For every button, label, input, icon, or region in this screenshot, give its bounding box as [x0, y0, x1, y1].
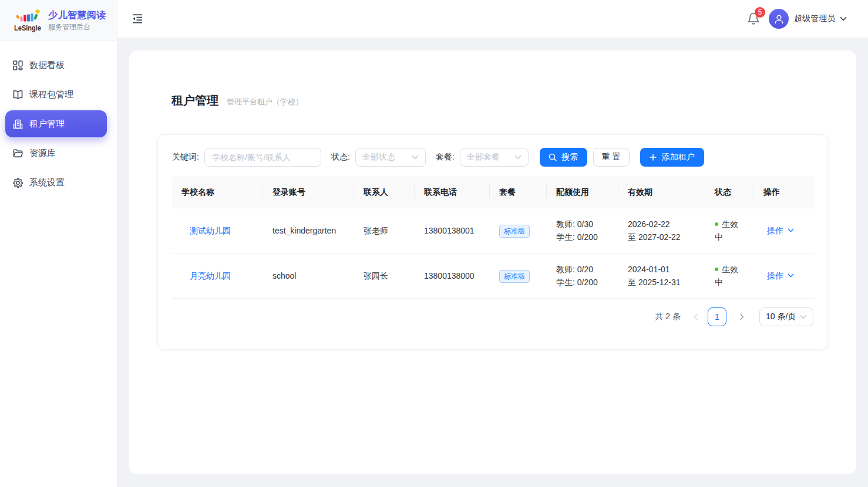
keyword-input[interactable]: [204, 148, 321, 167]
table-header-row: 学校名称 登录账号 联系人 联系电话 套餐 配额使用 有效期 状态 操作: [172, 176, 815, 208]
page-number-1[interactable]: 1: [708, 307, 726, 326]
user-icon: [773, 13, 785, 25]
phone-cell: 13800138001: [415, 208, 490, 253]
sidebar-item-resources[interactable]: 资源库: [5, 140, 107, 167]
folder-icon: [13, 148, 23, 158]
search-button[interactable]: 搜索: [540, 148, 587, 167]
search-button-label: 搜索: [561, 152, 578, 163]
status-text: 生效中: [715, 265, 738, 287]
avatar[interactable]: [769, 9, 789, 29]
sidebar-collapse-icon[interactable]: [132, 14, 143, 23]
row-actions-label: 操作: [767, 271, 783, 280]
brand-subtitle: 服务管理后台: [48, 22, 106, 32]
quota-cell: 教师: 0/30学生: 0/200: [547, 208, 618, 253]
content-area: 租户管理 管理平台租户（学校） 关键词: 状态: 全部状态 套: [117, 38, 868, 487]
notification-badge: 5: [755, 7, 765, 18]
sidebar: LeSingle 少儿智慧阅读 服务管理后台 数据看板 课程包管理 租户管理: [0, 0, 117, 487]
login-account-cell: test_kindergarten: [263, 208, 354, 253]
quota-student: 学生: 0/200: [556, 276, 609, 289]
brand: LeSingle 少儿智慧阅读 服务管理后台: [0, 0, 117, 41]
topbar: 5 超级管理员: [117, 0, 868, 38]
pagination-total: 共 2 条: [655, 312, 681, 322]
app-root: LeSingle 少儿智慧阅读 服务管理后台 数据看板 课程包管理 租户管理: [0, 0, 868, 487]
col-phone: 联系电话: [415, 176, 490, 208]
brand-text: 少儿智慧阅读 服务管理后台: [48, 9, 106, 32]
col-quota: 配额使用: [547, 176, 618, 208]
sidebar-item-dashboard[interactable]: 数据看板: [5, 52, 107, 79]
valid-from: 2026-02-22: [628, 218, 696, 231]
chevron-down-icon: [788, 272, 794, 279]
table-row: 月亮幼儿园 school 张园长 13800138000 标准版 教师: 0/2…: [172, 253, 815, 299]
contact-cell: 张园长: [354, 253, 415, 299]
status-select-value: 全部状态: [362, 152, 395, 163]
school-name-link[interactable]: 测试幼儿园: [181, 224, 231, 237]
valid-to: 至 2027-02-22: [628, 231, 696, 244]
lesingle-logo-icon: LeSingle: [14, 9, 42, 32]
login-account-cell: school: [263, 253, 354, 299]
validity-cell: 2024-01-01至 2025-12-31: [618, 253, 705, 299]
col-actions: 操作: [754, 176, 815, 208]
dashboard-icon: [13, 60, 23, 70]
page-header: 租户管理 管理平台租户（学校）: [157, 50, 828, 107]
sidebar-menu: 数据看板 课程包管理 租户管理 资源库 系统设置: [0, 41, 117, 198]
table-row: 测试幼儿园 test_kindergarten 张老师 13800138001 …: [172, 208, 815, 253]
plan-label: 套餐:: [436, 152, 455, 163]
main-card: 租户管理 管理平台租户（学校） 关键词: 状态: 全部状态 套: [129, 50, 856, 474]
page-size-value: 10 条/页: [766, 312, 796, 322]
main-area: 5 超级管理员 租户管理 管理平台租户（学校） 关键词:: [117, 0, 868, 487]
topbar-right: 5 超级管理员: [748, 9, 847, 29]
col-contact: 联系人: [354, 176, 415, 208]
validity-cell: 2026-02-22至 2027-02-22: [618, 208, 705, 253]
col-validity: 有效期: [618, 176, 705, 208]
quota-teacher: 教师: 0/30: [556, 218, 609, 231]
add-tenant-button-label: 添加租户: [662, 152, 695, 163]
sidebar-item-label: 租户管理: [29, 119, 65, 130]
search-icon: [549, 153, 557, 161]
filter-bar: 关键词: 状态: 全部状态 套餐: 全部套餐: [172, 148, 813, 167]
chevron-down-icon[interactable]: [840, 15, 847, 22]
add-tenant-button[interactable]: 添加租户: [640, 148, 704, 167]
reset-button[interactable]: 重 置: [593, 148, 630, 167]
col-login-account: 登录账号: [263, 176, 354, 208]
page-size-select[interactable]: 10 条/页: [759, 307, 813, 326]
quota-cell: 教师: 0/20学生: 0/200: [547, 253, 618, 299]
school-name-link[interactable]: 月亮幼儿园: [181, 269, 231, 282]
plan-tag: 标准版: [499, 270, 530, 283]
chevron-left-icon: [692, 313, 699, 320]
sidebar-item-tenants[interactable]: 租户管理: [5, 110, 107, 137]
next-page-button[interactable]: [735, 307, 749, 326]
chevron-down-icon: [412, 154, 419, 161]
sidebar-item-label: 课程包管理: [29, 89, 73, 100]
page-title: 租户管理: [171, 94, 218, 107]
plus-icon: [650, 154, 657, 161]
status-dot: [715, 222, 718, 226]
plan-select-value: 全部套餐: [467, 152, 500, 163]
row-actions-dropdown[interactable]: 操作: [763, 271, 794, 280]
tenant-table: 学校名称 登录账号 联系人 联系电话 套餐 配额使用 有效期 状态 操作: [172, 176, 815, 299]
prev-page-button[interactable]: [689, 307, 703, 326]
col-status: 状态: [705, 176, 754, 208]
contact-cell: 张老师: [354, 208, 415, 253]
pagination: 共 2 条 1 10 条/页: [172, 307, 813, 326]
chevron-down-icon: [800, 313, 807, 320]
book-icon: [13, 90, 23, 100]
sidebar-item-course-packages[interactable]: 课程包管理: [5, 81, 107, 108]
status-select[interactable]: 全部状态: [355, 148, 426, 167]
username[interactable]: 超级管理员: [794, 13, 835, 24]
status-dot: [715, 268, 718, 271]
chevron-down-icon: [514, 154, 522, 161]
quota-student: 学生: 0/200: [556, 231, 609, 244]
status-label: 状态:: [331, 152, 350, 163]
quota-teacher: 教师: 0/20: [556, 263, 609, 276]
notification-bell[interactable]: 5: [748, 12, 761, 25]
svg-text:LeSingle: LeSingle: [14, 24, 41, 32]
plan-select[interactable]: 全部套餐: [460, 148, 529, 167]
keyword-label: 关键词:: [172, 152, 199, 163]
chevron-down-icon: [788, 227, 794, 234]
row-actions-dropdown[interactable]: 操作: [763, 226, 794, 235]
brand-title: 少儿智慧阅读: [48, 9, 106, 21]
sidebar-item-settings[interactable]: 系统设置: [5, 169, 107, 196]
valid-from: 2024-01-01: [628, 263, 696, 276]
sidebar-item-label: 数据看板: [29, 60, 65, 71]
col-school-name: 学校名称: [172, 176, 263, 208]
